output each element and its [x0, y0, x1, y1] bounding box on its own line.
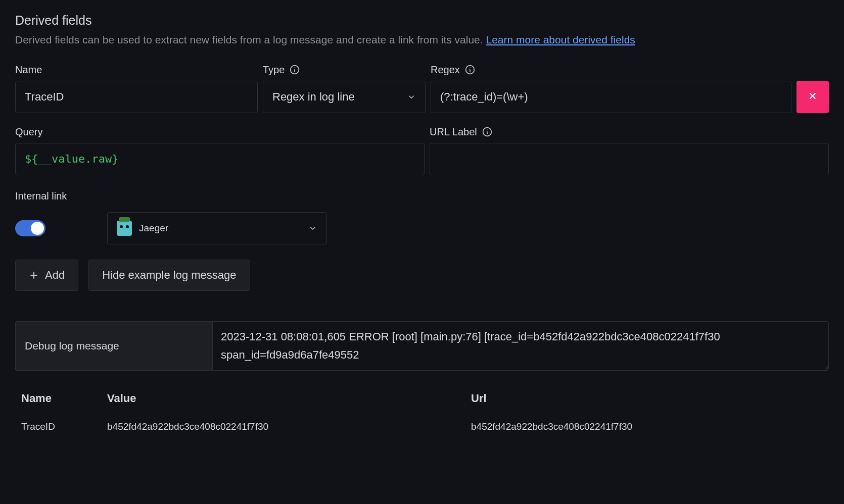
- svg-point-2: [295, 67, 296, 68]
- jaeger-icon: [117, 221, 132, 236]
- info-icon: [290, 65, 300, 75]
- info-icon: [465, 65, 475, 75]
- datasource-select[interactable]: Jaeger: [107, 212, 327, 244]
- debug-log-textarea[interactable]: [212, 321, 829, 371]
- plus-icon: [29, 270, 39, 280]
- type-select[interactable]: Regex in log line: [263, 81, 426, 113]
- info-icon: [482, 127, 492, 137]
- results-table: Name Value Url TraceID b452fd42a922bdc3c…: [15, 384, 829, 440]
- internal-link-label: Internal link: [15, 190, 829, 202]
- query-input[interactable]: [15, 143, 425, 175]
- col-header-value: Value: [107, 392, 471, 405]
- col-header-url: Url: [471, 392, 823, 405]
- datasource-value: Jaeger: [139, 223, 168, 234]
- svg-point-10: [487, 129, 488, 130]
- section-title: Derived fields: [15, 13, 829, 28]
- url-label-label: URL Label: [430, 126, 829, 138]
- cell-name: TraceID: [21, 421, 107, 432]
- name-input[interactable]: [15, 81, 258, 113]
- url-label-text: URL Label: [430, 126, 477, 138]
- close-icon: [807, 90, 818, 103]
- svg-point-5: [470, 67, 471, 68]
- cell-value: b452fd42a922bdc3ce408c02241f7f30: [107, 421, 471, 432]
- delete-button[interactable]: [796, 81, 829, 113]
- chevron-down-icon: [308, 224, 317, 233]
- regex-label: Regex: [431, 64, 791, 76]
- regex-label-text: Regex: [431, 64, 460, 76]
- query-label: Query: [15, 126, 425, 138]
- hide-example-button[interactable]: Hide example log message: [88, 260, 250, 291]
- toggle-knob: [31, 222, 44, 235]
- section-description-text: Derived fields can be used to extract ne…: [15, 34, 486, 45]
- section-description: Derived fields can be used to extract ne…: [15, 32, 829, 48]
- cell-url: b452fd42a922bdc3ce408c02241f7f30: [471, 421, 823, 432]
- debug-log-label: Debug log message: [15, 321, 212, 371]
- type-select-value: Regex in log line: [272, 90, 355, 104]
- add-button-label: Add: [45, 269, 65, 282]
- type-label-text: Type: [263, 64, 285, 76]
- type-label: Type: [263, 64, 426, 76]
- learn-more-link[interactable]: Learn more about derived fields: [486, 34, 635, 45]
- internal-link-toggle[interactable]: [15, 220, 45, 236]
- regex-input[interactable]: [431, 81, 791, 113]
- name-label: Name: [15, 64, 258, 76]
- table-row: TraceID b452fd42a922bdc3ce408c02241f7f30…: [15, 413, 829, 440]
- url-label-input[interactable]: [430, 143, 829, 175]
- col-header-name: Name: [21, 392, 107, 405]
- add-button[interactable]: Add: [15, 260, 78, 291]
- chevron-down-icon: [407, 92, 416, 102]
- hide-example-label: Hide example log message: [102, 269, 236, 282]
